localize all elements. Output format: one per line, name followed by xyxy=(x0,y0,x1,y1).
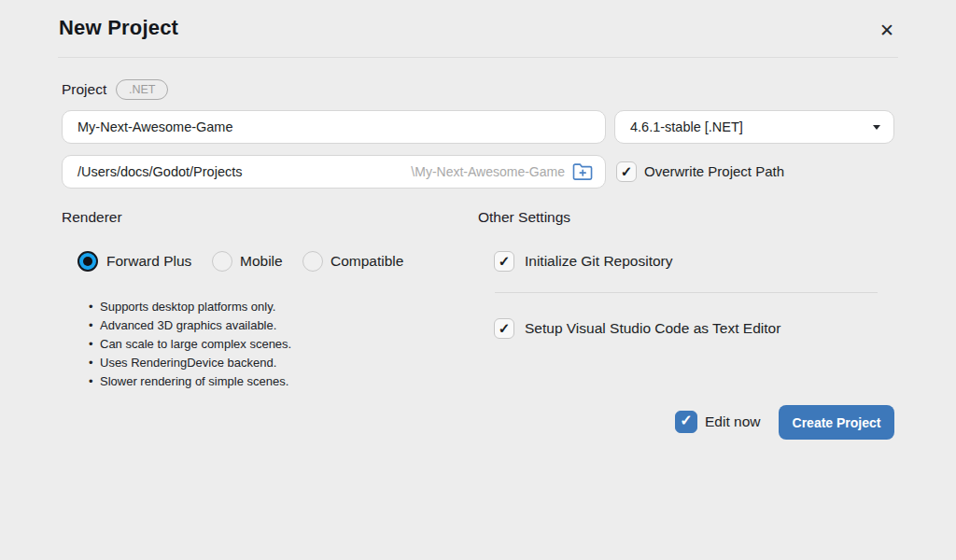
title-separator xyxy=(58,57,898,58)
settings-separator xyxy=(495,292,878,293)
dotnet-badge: .NET xyxy=(116,79,168,100)
check-icon: ✓ xyxy=(621,164,633,178)
other-settings-heading: Other Settings xyxy=(478,209,570,226)
init-git-checkbox[interactable]: ✓ xyxy=(494,251,514,272)
check-icon: ✓ xyxy=(499,321,511,335)
check-icon: ✓ xyxy=(680,413,692,428)
renderer-heading: Renderer xyxy=(62,209,122,226)
renderer-note: Can scale to large complex scenes. xyxy=(89,334,397,353)
renderer-notes-list: Supports desktop platforms only. Advance… xyxy=(89,297,397,390)
init-git-label: Initialize Git Repository xyxy=(525,253,673,270)
check-icon: ✓ xyxy=(499,254,511,268)
new-project-dialog: New Project ✕ Project .NET My-Next-Aweso… xyxy=(0,0,956,560)
radio-compatible-label: Compatible xyxy=(330,253,403,270)
edit-now-checkbox[interactable]: ✓ xyxy=(675,411,697,433)
project-name-value: My-Next-Awesome-Game xyxy=(77,119,233,134)
radio-forward-plus-label: Forward Plus xyxy=(106,253,191,270)
project-name-input[interactable]: My-Next-Awesome-Game xyxy=(62,110,606,144)
radio-dot xyxy=(83,257,92,266)
project-path-suffix: \My-Next-Awesome-Game xyxy=(411,164,565,179)
radio-mobile-label: Mobile xyxy=(240,253,283,270)
project-path-value: /Users/docs/Godot/Projects xyxy=(77,164,243,179)
edit-now-label: Edit now xyxy=(705,413,760,430)
overwrite-path-label: Overwrite Project Path xyxy=(644,163,784,179)
create-project-button[interactable]: Create Project xyxy=(779,405,894,440)
dialog-title: New Project xyxy=(59,16,178,40)
create-folder-icon[interactable] xyxy=(572,162,594,181)
vscode-editor-label: Setup Visual Studio Code as Text Editor xyxy=(525,320,780,337)
renderer-note: Supports desktop platforms only. xyxy=(89,297,397,315)
version-value: 4.6.1-stable [.NET] xyxy=(630,119,743,134)
renderer-note: Advanced 3D graphics available. xyxy=(89,315,397,334)
vscode-editor-checkbox[interactable]: ✓ xyxy=(494,318,514,339)
radio-compatible[interactable] xyxy=(302,251,323,272)
renderer-note: Slower rendering of simple scenes. xyxy=(89,371,397,390)
version-dropdown[interactable]: 4.6.1-stable [.NET] xyxy=(614,110,894,144)
chevron-down-icon xyxy=(873,125,880,130)
renderer-note: Uses RenderingDevice backend. xyxy=(89,353,397,371)
close-icon[interactable]: ✕ xyxy=(874,17,900,43)
overwrite-path-checkbox[interactable]: ✓ xyxy=(616,161,637,182)
project-path-input[interactable]: /Users/docs/Godot/Projects \My-Next-Awes… xyxy=(62,155,606,189)
radio-mobile[interactable] xyxy=(212,251,232,272)
radio-forward-plus[interactable] xyxy=(77,251,98,272)
project-section-label: Project xyxy=(62,81,106,98)
